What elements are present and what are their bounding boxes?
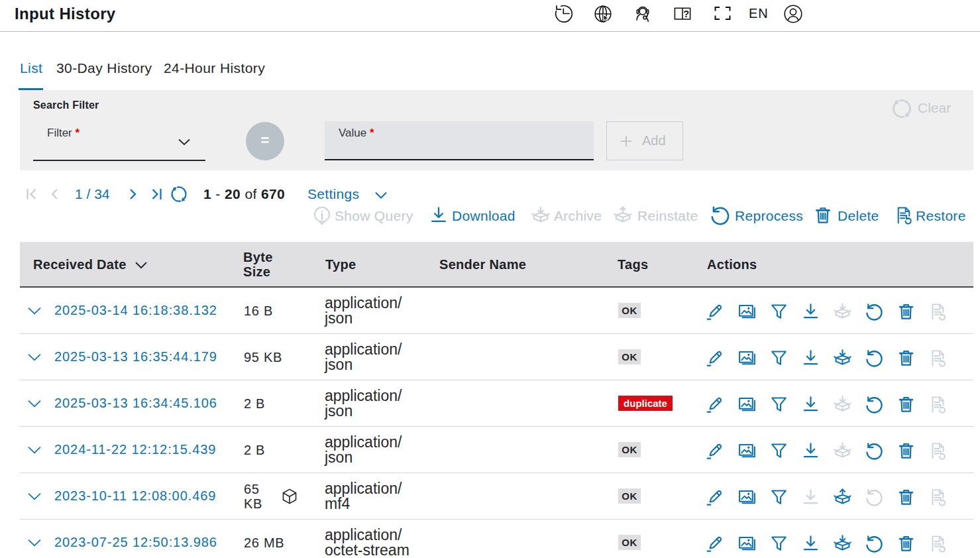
svg-text:?: ? xyxy=(683,9,689,19)
